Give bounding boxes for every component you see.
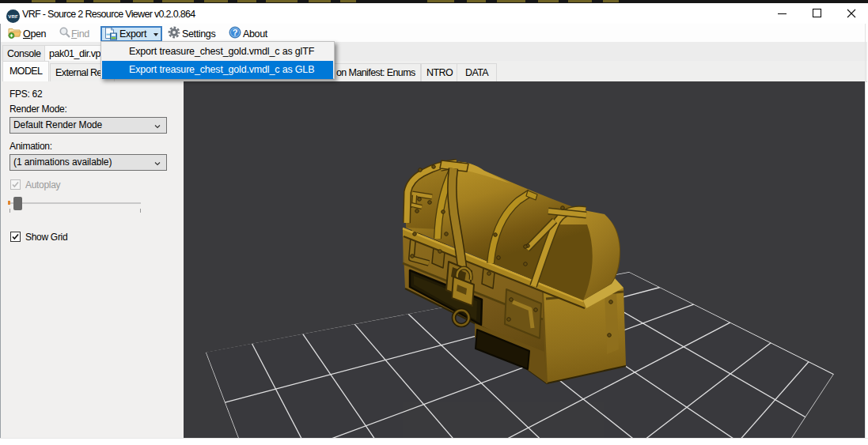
svg-text:?: ? [233, 28, 238, 37]
